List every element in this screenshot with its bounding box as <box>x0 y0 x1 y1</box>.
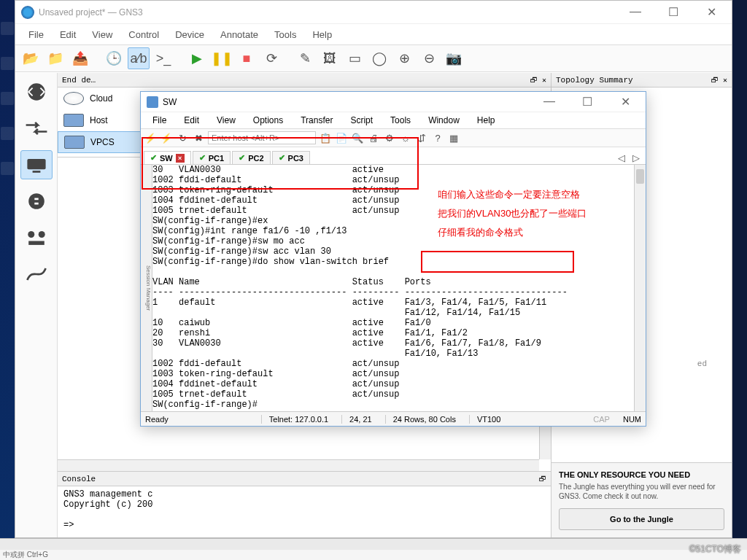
end-devices-category-icon[interactable] <box>20 150 53 179</box>
topology-summary-title: Topology Summary <box>556 76 633 85</box>
page-hscrollbar[interactable] <box>0 538 747 550</box>
devices-panel-header[interactable]: End de… 🗗✕ <box>58 73 551 88</box>
terminal-vscrollbar[interactable] <box>634 165 646 411</box>
new-project-icon[interactable]: 📁 <box>44 47 66 69</box>
print-icon[interactable]: 🖨 <box>367 131 380 144</box>
security-category-icon[interactable] <box>20 187 53 216</box>
disconnect-icon[interactable]: ✖ <box>192 131 205 144</box>
menu-tools[interactable]: Tools <box>267 26 303 43</box>
open-folder-icon[interactable]: 📂 <box>20 47 42 69</box>
image-icon[interactable]: 🖼 <box>319 47 341 69</box>
settings-icon[interactable]: ⚙ <box>383 131 396 144</box>
menu-edit[interactable]: Edit <box>53 26 83 43</box>
quick-connect-icon[interactable]: ⚡ <box>160 131 173 144</box>
console-output[interactable]: GNS3 management c Copyright (c) 200 => <box>58 486 551 533</box>
console-icon[interactable]: >_ <box>152 47 174 69</box>
panel-undock-icon[interactable]: 🗗 <box>539 475 546 483</box>
crt-menu-edit[interactable]: Edit <box>177 112 206 128</box>
menu-file[interactable]: File <box>21 26 51 43</box>
topology-summary-header[interactable]: Topology Summary 🗗✕ <box>551 73 732 88</box>
show-names-icon[interactable]: a⁄b <box>128 47 150 69</box>
menu-control[interactable]: Control <box>121 26 166 43</box>
zoom-in-icon[interactable]: ⊕ <box>393 47 415 69</box>
note-icon[interactable]: ✎ <box>294 47 316 69</box>
gns3-toolbar: 📂 📁 📤 🕒 a⁄b >_ ▶ ❚❚ ■ ⟳ ✎ 🖼 ▭ ◯ ⊕ ⊖ 📷 <box>15 44 732 72</box>
snapshot-icon[interactable]: 🕒 <box>103 47 125 69</box>
toggle-icon[interactable]: ⇵ <box>415 131 428 144</box>
tab-close-icon[interactable]: × <box>176 154 185 163</box>
reconnect-icon[interactable]: ↻ <box>176 131 189 144</box>
watermark: ©51CTO博客 <box>689 543 741 556</box>
gns3-title: Unsaved project* — GNS3 <box>39 7 621 18</box>
crt-menu-tools[interactable]: Tools <box>383 112 418 128</box>
panel-close-icon[interactable]: ✕ <box>542 76 546 85</box>
tab-pc2[interactable]: ✔PC2 <box>232 151 270 164</box>
link-tool-icon[interactable] <box>20 260 53 289</box>
cloud-icon <box>63 92 84 105</box>
crt-menu-transfer[interactable]: Transfer <box>293 112 340 128</box>
maximize-button[interactable]: ☐ <box>659 5 688 19</box>
close-button[interactable]: ✕ <box>611 95 640 109</box>
tab-pc1[interactable]: ✔PC1 <box>193 151 231 164</box>
menu-annotate[interactable]: Annotate <box>213 26 266 43</box>
menu-view[interactable]: View <box>85 26 120 43</box>
tab-pc3[interactable]: ✔PC3 <box>272 151 310 164</box>
connect-icon[interactable]: ⚡ <box>144 131 157 144</box>
save-icon[interactable]: 📤 <box>69 47 91 69</box>
ad-button[interactable]: Go to the Jungle <box>559 508 724 530</box>
panel-undock-icon[interactable]: 🗗 <box>711 76 719 85</box>
tab-sw[interactable]: ✔SW× <box>144 151 191 164</box>
screenshot-icon[interactable]: 📷 <box>443 47 465 69</box>
crt-menu-window[interactable]: Window <box>421 112 467 128</box>
stop-all-icon[interactable]: ■ <box>236 47 258 69</box>
crt-menu-help[interactable]: Help <box>470 112 503 128</box>
crt-menu-file[interactable]: File <box>145 112 174 128</box>
session-manager-strip[interactable]: Session Manager <box>141 165 152 411</box>
reload-icon[interactable]: ⟳ <box>260 47 282 69</box>
all-devices-category-icon[interactable] <box>20 223 53 252</box>
scrollbar-thumb[interactable] <box>636 169 644 184</box>
help-icon[interactable]: ? <box>431 131 444 144</box>
tab-nav-right-icon[interactable]: ▷ <box>630 151 643 164</box>
crt-titlebar[interactable]: SW — ☐ ✕ <box>141 92 646 112</box>
page-statusbar: 中或拼 Ctrl+G <box>0 550 747 560</box>
desktop-taskbar-strip <box>0 0 15 560</box>
panel-close-icon[interactable]: ✕ <box>723 76 727 85</box>
maximize-button[interactable]: ☐ <box>573 95 602 109</box>
find-icon[interactable]: 🔍 <box>351 131 364 144</box>
desktop-icon[interactable] <box>1 92 14 105</box>
about-icon[interactable]: ▦ <box>447 131 460 144</box>
panel-undock-icon[interactable]: 🗗 <box>530 76 538 85</box>
pause-all-icon[interactable]: ❚❚ <box>211 47 233 69</box>
switches-category-icon[interactable] <box>20 114 53 143</box>
check-icon: ✔ <box>239 153 245 163</box>
status-connection: Telnet: 127.0.0.1 <box>261 415 328 424</box>
paste-icon[interactable]: 📄 <box>335 131 348 144</box>
crt-menu-script[interactable]: Script <box>343 112 380 128</box>
desktop-icon[interactable] <box>1 162 14 175</box>
canvas-hscrollbar[interactable] <box>58 459 539 471</box>
desktop-icon[interactable] <box>1 57 14 70</box>
menu-device[interactable]: Device <box>168 26 212 43</box>
devices-panel-title: End de… <box>62 76 96 85</box>
gns3-titlebar[interactable]: Unsaved project* — GNS3 — ☐ ✕ <box>15 1 732 24</box>
minimize-button[interactable]: — <box>535 95 564 109</box>
desktop-icon[interactable] <box>1 127 14 140</box>
close-button[interactable]: ✕ <box>697 5 726 19</box>
desktop-icon[interactable] <box>1 22 14 35</box>
copy-icon[interactable]: 📋 <box>319 131 332 144</box>
menu-help[interactable]: Help <box>305 26 339 43</box>
minimize-button[interactable]: — <box>621 5 650 19</box>
host-input[interactable] <box>208 131 316 144</box>
console-panel-header[interactable]: Console 🗗 <box>58 472 551 486</box>
crt-menu-view[interactable]: View <box>209 112 243 128</box>
tab-nav-left-icon[interactable]: ◁ <box>615 151 628 164</box>
crt-menu-options[interactable]: Options <box>246 112 290 128</box>
host-icon <box>63 114 84 127</box>
routers-category-icon[interactable] <box>20 77 53 106</box>
start-all-icon[interactable]: ▶ <box>186 47 208 69</box>
rect-icon[interactable]: ▭ <box>344 47 365 69</box>
ellipse-icon[interactable]: ◯ <box>368 47 390 69</box>
options-icon[interactable]: ☼ <box>399 131 412 144</box>
zoom-out-icon[interactable]: ⊖ <box>418 47 440 69</box>
